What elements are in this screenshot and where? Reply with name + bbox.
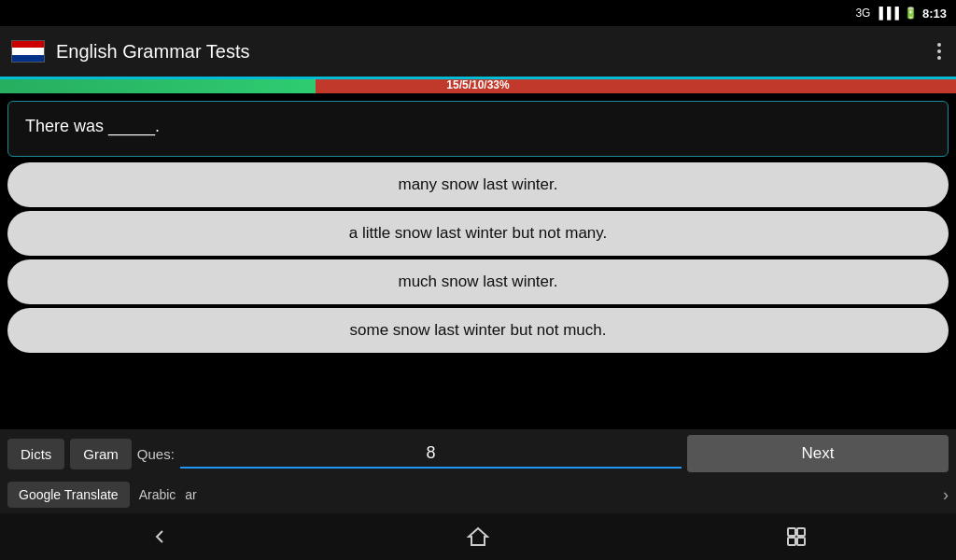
- wifi-bars: ▐▐▐: [875, 7, 899, 20]
- recent-apps-nav-icon[interactable]: [768, 518, 824, 555]
- question-text: There was _____.: [25, 117, 160, 135]
- app-title: English Grammar Tests: [56, 41, 922, 63]
- dot2: [937, 49, 941, 53]
- svg-rect-2: [797, 528, 805, 536]
- translate-language: Arabic: [139, 487, 176, 502]
- back-nav-icon[interactable]: [132, 518, 188, 555]
- google-translate-button[interactable]: Google Translate: [7, 482, 130, 508]
- question-area: There was _____.: [7, 101, 949, 157]
- status-bar: 3G ▐▐▐ 🔋 8:13: [0, 0, 956, 26]
- menu-button[interactable]: [934, 39, 945, 63]
- progress-bar: 15/5/10/33%: [0, 77, 956, 93]
- ques-label: Ques:: [137, 446, 175, 462]
- svg-rect-3: [788, 538, 795, 545]
- question-number-container: [180, 440, 682, 469]
- dicts-button[interactable]: Dicts: [7, 439, 64, 469]
- home-nav-icon[interactable]: [450, 518, 506, 555]
- svg-rect-4: [797, 538, 805, 545]
- status-icons: 3G ▐▐▐ 🔋 8:13: [855, 7, 947, 21]
- next-button[interactable]: Next: [687, 435, 949, 472]
- translate-expand-icon[interactable]: ›: [943, 485, 949, 505]
- svg-marker-0: [469, 528, 487, 545]
- nav-bar: [0, 513, 956, 560]
- answer-option-3[interactable]: much snow last winter.: [7, 259, 949, 304]
- signal-icon: 3G: [855, 7, 870, 20]
- progress-text: 15/5/10/33%: [446, 78, 509, 91]
- gram-button[interactable]: Gram: [70, 439, 132, 469]
- dot3: [937, 56, 941, 60]
- question-number-input[interactable]: [180, 440, 682, 469]
- bottom-toolbar: Dicts Gram Ques: Next: [0, 429, 956, 478]
- app-flag-icon: [11, 40, 45, 63]
- clock: 8:13: [922, 7, 947, 21]
- answer-option-4[interactable]: some snow last winter but not much.: [7, 308, 949, 353]
- battery-icon: 🔋: [904, 7, 918, 20]
- translate-lang-code: ar: [185, 487, 196, 502]
- answer-option-2[interactable]: a little snow last winter but not many.: [7, 211, 949, 256]
- top-bar: English Grammar Tests: [0, 26, 956, 77]
- answer-option-1[interactable]: many snow last winter.: [7, 162, 949, 207]
- dot1: [937, 43, 941, 47]
- translate-bar: Google Translate Arabic ar ›: [0, 476, 956, 513]
- svg-rect-1: [788, 528, 795, 536]
